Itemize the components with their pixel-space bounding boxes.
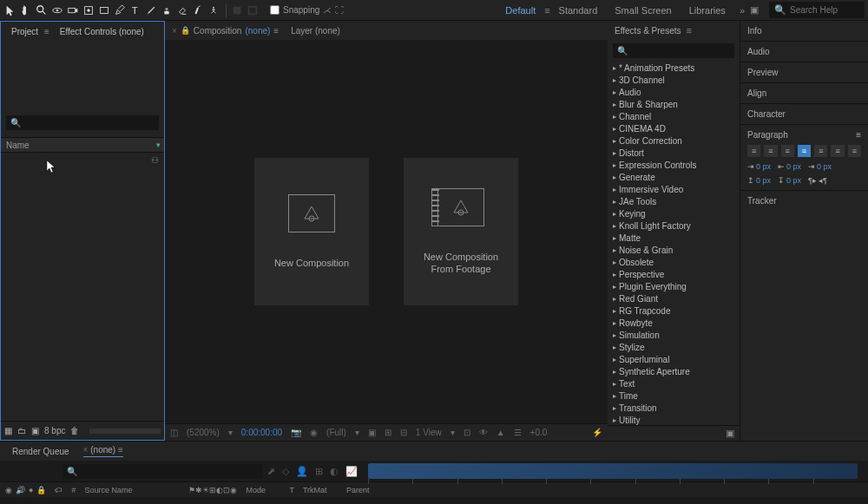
workspace-standard[interactable]: Standard <box>550 2 607 19</box>
rectangle-tool-icon[interactable] <box>97 2 111 19</box>
panel-character[interactable]: Character <box>740 104 868 125</box>
indent-first-icon[interactable]: ⇤ <box>778 162 785 171</box>
footer-icon-2[interactable]: ▾ <box>355 428 359 437</box>
panel-menu-icon[interactable]: ≡ <box>44 27 49 36</box>
snapshot-icon[interactable]: 📷 <box>291 428 301 437</box>
brush-tool-icon[interactable] <box>144 2 158 19</box>
tab-project[interactable]: Project ≡ <box>6 24 55 39</box>
column-trkmat-t[interactable]: T <box>289 486 294 494</box>
effect-category[interactable]: Matte <box>611 232 736 244</box>
justify-last-right-icon[interactable]: ≡ <box>831 145 844 157</box>
label-column-icon[interactable]: 🏷 <box>55 486 62 494</box>
panel-align[interactable]: Align <box>740 83 868 104</box>
effect-category[interactable]: Red Giant <box>611 292 736 304</box>
direction-rtl-icon[interactable]: ◂¶ <box>819 176 827 185</box>
new-composition-card[interactable]: New Composition <box>254 158 369 305</box>
workspace-default[interactable]: Default <box>496 2 544 19</box>
draft-3d-icon[interactable]: ◇ <box>282 466 289 477</box>
view-options-icon[interactable]: ⊡ <box>464 428 470 437</box>
close-icon[interactable]: × <box>172 26 177 36</box>
panel-tracker[interactable]: Tracker <box>740 191 868 211</box>
tab-render-queue[interactable]: Render Queue <box>12 447 69 456</box>
effect-category[interactable]: Synthetic Aperture <box>611 365 736 377</box>
effect-category[interactable]: 3D Channel <box>611 74 736 86</box>
workspace-panel-icon[interactable]: ▣ <box>750 4 759 16</box>
column-trkmat[interactable]: TrkMat <box>303 486 338 494</box>
puppet-tool-icon[interactable] <box>207 2 220 19</box>
effect-category[interactable]: Time <box>611 389 736 402</box>
effect-category[interactable]: Stylize <box>611 341 736 353</box>
video-toggle-icon[interactable]: ◉ <box>5 486 12 494</box>
effect-category[interactable]: Knoll Light Factory <box>611 219 736 232</box>
motion-blur-icon[interactable]: ◐ <box>330 466 339 477</box>
effect-category[interactable]: Noise & Grain <box>611 244 736 256</box>
shy-icon[interactable]: 👤 <box>296 466 308 477</box>
delete-icon[interactable]: 🗑 <box>70 426 79 435</box>
panel-menu-icon[interactable]: ≡ <box>687 25 692 36</box>
eraser-tool-icon[interactable] <box>175 2 189 19</box>
align-center-icon[interactable]: ≡ <box>764 145 777 157</box>
footer-icon-1[interactable]: ▾ <box>228 428 233 437</box>
new-bin-icon[interactable]: ▣ <box>726 428 734 438</box>
new-composition-from-footage-card[interactable]: New Composition From Footage <box>404 158 518 305</box>
snapping-toggle[interactable]: Snapping ⋌ ⛶ <box>270 5 344 15</box>
justify-last-center-icon[interactable]: ≡ <box>814 145 827 157</box>
tab-layer[interactable]: Layer (none) <box>291 26 340 36</box>
snapping-options-icon[interactable]: ⋌ <box>323 5 332 15</box>
frame-blend-icon[interactable]: ⊞ <box>315 466 323 477</box>
snapping-checkbox[interactable] <box>270 5 279 15</box>
new-folder-icon[interactable]: 🗀 <box>17 426 26 435</box>
lock-toggle-icon[interactable]: 🔒 <box>36 486 46 494</box>
effect-category[interactable]: Text <box>611 377 736 389</box>
effect-category[interactable]: * Animation Presets <box>611 62 736 74</box>
effect-category[interactable]: CINEMA 4D <box>611 122 736 134</box>
snapping-expand-icon[interactable]: ⛶ <box>335 5 344 15</box>
camera-view-icon[interactable]: 👁 <box>479 428 488 437</box>
column-source-name[interactable]: Source Name <box>84 486 180 494</box>
zoom-tool-icon[interactable] <box>35 2 49 19</box>
zoom-level[interactable]: (5200%) <box>187 428 220 437</box>
project-search-input[interactable] <box>6 115 159 130</box>
effect-category[interactable]: Obsolete <box>611 256 736 268</box>
fill-swatch-icon[interactable] <box>230 2 244 19</box>
project-flow-icon[interactable]: ⚇ <box>151 155 159 165</box>
camera-tool-icon[interactable] <box>66 2 80 19</box>
timeline-search-input[interactable] <box>62 464 262 479</box>
views-dropdown[interactable]: 1 View <box>416 428 442 437</box>
effect-category[interactable]: Generate <box>611 171 736 183</box>
indent-left-icon[interactable]: ⇥ <box>747 162 754 171</box>
exposure[interactable]: +0.0 <box>530 428 548 437</box>
justify-last-left-icon[interactable]: ≡ <box>798 145 811 157</box>
switches-icon[interactable]: ⚑✱☀⊞◐⊡◉ <box>188 486 237 494</box>
solo-toggle-icon[interactable]: ● <box>29 486 33 494</box>
timecode[interactable]: 0:00:00:00 <box>241 428 282 437</box>
effect-category[interactable]: Audio <box>611 86 736 98</box>
effect-category[interactable]: RG Trapcode <box>611 304 736 317</box>
effect-category[interactable]: Plugin Everything <box>611 280 736 292</box>
draft-3d-icon[interactable]: ☰ <box>514 428 522 437</box>
graph-editor-icon[interactable]: 📈 <box>345 466 358 477</box>
effect-category[interactable]: Perspective <box>611 268 736 280</box>
type-tool-icon[interactable]: T <box>128 2 142 19</box>
effect-category[interactable]: Color Correction <box>611 134 736 147</box>
tab-composition[interactable]: × 🔒 Composition (none) ≡ <box>172 26 279 36</box>
show-channel-icon[interactable]: ◉ <box>310 428 318 437</box>
direction-ltr-icon[interactable]: ¶▸ <box>808 176 817 185</box>
mask-icon[interactable]: ◫ <box>170 428 178 437</box>
indent-right-icon[interactable]: ⇥ <box>808 162 815 171</box>
space-after-icon[interactable]: ↧ <box>778 176 785 185</box>
new-comp-icon[interactable]: ▣ <box>31 426 39 435</box>
effect-category[interactable]: Immersive Video <box>611 183 736 195</box>
panel-menu-icon[interactable]: ≡ <box>856 130 861 140</box>
footer-icon-3[interactable]: ▾ <box>450 428 455 437</box>
pen-tool-icon[interactable] <box>113 2 127 19</box>
guides-icon[interactable]: ⊟ <box>400 428 407 437</box>
bpc-toggle[interactable]: 8 bpc <box>44 426 65 435</box>
renderer-icon[interactable]: ▲ <box>496 428 505 437</box>
workspace-libraries[interactable]: Libraries <box>681 2 734 19</box>
timeline-work-area[interactable] <box>368 463 858 479</box>
roi-icon[interactable]: ▣ <box>368 428 376 437</box>
fast-preview-icon[interactable]: ⚡ <box>592 428 602 437</box>
timeline-ruler[interactable] <box>368 479 858 489</box>
column-mode[interactable]: Mode <box>246 486 280 494</box>
